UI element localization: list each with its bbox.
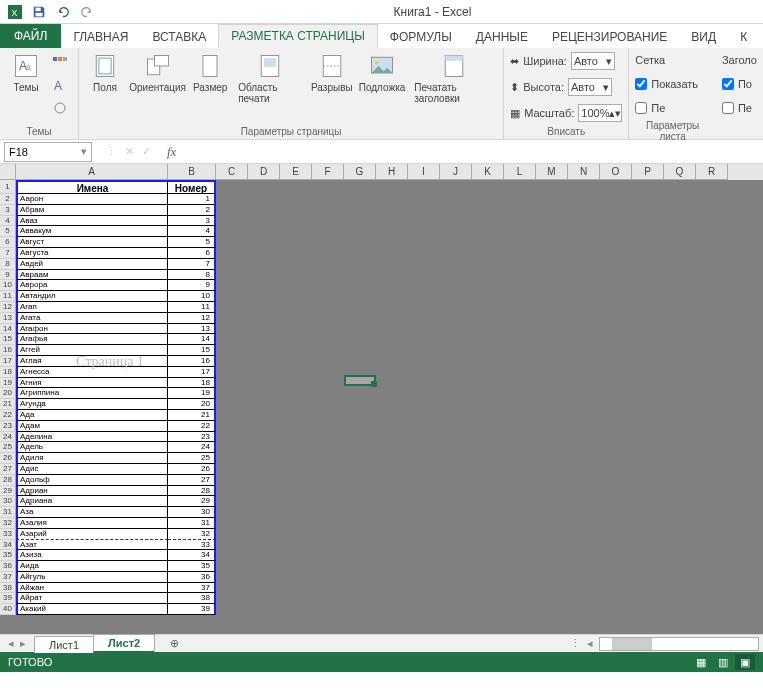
cell-number[interactable]: 16 [168, 356, 216, 367]
cell-name[interactable]: Августа [16, 248, 168, 259]
col-header-D[interactable]: D [248, 164, 280, 180]
header-cell-names[interactable]: Имена [16, 180, 168, 194]
col-header-A[interactable]: A [16, 164, 168, 180]
cell-number[interactable]: 14 [168, 334, 216, 345]
print-area-button[interactable]: Область печати [234, 50, 306, 106]
cell-name[interactable]: Аввакум [16, 226, 168, 237]
cell-name[interactable]: Агунда [16, 399, 168, 410]
row-header-36[interactable]: 36 [0, 561, 16, 572]
row-header-23[interactable]: 23 [0, 421, 16, 432]
tab-formulas[interactable]: ФОРМУЛЫ [378, 26, 464, 48]
row-header-6[interactable]: 6 [0, 237, 16, 248]
cell-number[interactable]: 9 [168, 280, 216, 291]
row-header-32[interactable]: 32 [0, 518, 16, 529]
row-header-7[interactable]: 7 [0, 248, 16, 259]
cell-name[interactable]: Аза [16, 507, 168, 518]
col-header-R[interactable]: R [696, 164, 728, 180]
row-header-31[interactable]: 31 [0, 507, 16, 518]
headings-show-checkbox[interactable]: По [722, 74, 757, 94]
cell-number[interactable]: 20 [168, 399, 216, 410]
row-header-27[interactable]: 27 [0, 464, 16, 475]
themes-button[interactable]: Aa Темы [6, 50, 46, 95]
row-header-26[interactable]: 26 [0, 453, 16, 464]
row-header-25[interactable]: 25 [0, 442, 16, 453]
cell-number[interactable]: 32 [168, 529, 216, 540]
fonts-button[interactable]: A [50, 76, 72, 96]
cell-name[interactable]: Айрат [16, 593, 168, 604]
cell-number[interactable]: 8 [168, 270, 216, 281]
cell-number[interactable]: 30 [168, 507, 216, 518]
row-header-8[interactable]: 8 [0, 259, 16, 270]
col-header-F[interactable]: F [312, 164, 344, 180]
add-sheet-button[interactable]: ⊕ [164, 635, 184, 653]
cell-name[interactable]: Агния [16, 378, 168, 389]
tab-split-handle[interactable]: ⋮ [570, 637, 581, 650]
cell-name[interactable]: Акакий [16, 604, 168, 615]
row-header-18[interactable]: 18 [0, 367, 16, 378]
cell-name[interactable]: Агата [16, 313, 168, 324]
cell-name[interactable]: Адриан [16, 486, 168, 497]
cell-number[interactable]: 24 [168, 442, 216, 453]
cell-name[interactable]: Адис [16, 464, 168, 475]
col-header-O[interactable]: O [600, 164, 632, 180]
view-normal-button[interactable]: ▦ [691, 654, 711, 670]
cell-number[interactable]: 2 [168, 205, 216, 216]
col-header-H[interactable]: H [376, 164, 408, 180]
cell-number[interactable]: 10 [168, 291, 216, 302]
row-header-15[interactable]: 15 [0, 334, 16, 345]
cell-name[interactable]: Авраам [16, 270, 168, 281]
cell-name[interactable]: Агафон [16, 324, 168, 335]
col-header-Q[interactable]: Q [664, 164, 696, 180]
headings-print-checkbox[interactable]: Пе [722, 98, 757, 118]
horizontal-scrollbar[interactable] [599, 637, 759, 651]
row-header-22[interactable]: 22 [0, 410, 16, 421]
tab-insert[interactable]: ВСТАВКА [140, 26, 218, 48]
scale-input[interactable]: 100%▴▾ [578, 104, 622, 122]
tab-data[interactable]: ДАННЫЕ [464, 26, 540, 48]
data-grid[interactable]: Страница 1 ИменаНомерАарон1Абрам2Аваз3Ав… [16, 180, 216, 615]
enter-icon[interactable]: ✓ [142, 145, 151, 158]
col-header-C[interactable]: C [216, 164, 248, 180]
header-cell-number[interactable]: Номер [168, 180, 216, 194]
cell-number[interactable]: 22 [168, 421, 216, 432]
cell-name[interactable]: Айгуль [16, 572, 168, 583]
background-button[interactable]: Подложка [358, 50, 406, 95]
cell-name[interactable]: Агап [16, 302, 168, 313]
cell-name[interactable]: Автандил [16, 291, 168, 302]
col-header-M[interactable]: M [536, 164, 568, 180]
sheet-tab-Лист1[interactable]: Лист1 [34, 636, 94, 653]
row-header-17[interactable]: 17 [0, 356, 16, 367]
tab-page-layout[interactable]: РАЗМЕТКА СТРАНИЦЫ [218, 24, 378, 48]
cell-number[interactable]: 11 [168, 302, 216, 313]
name-box[interactable]: F18▾ [4, 142, 92, 162]
col-header-J[interactable]: J [440, 164, 472, 180]
cell-number[interactable]: 38 [168, 593, 216, 604]
sheet-nav[interactable]: ◂▸ [0, 637, 34, 650]
col-header-L[interactable]: L [504, 164, 536, 180]
tab-file[interactable]: ФАЙЛ [0, 24, 61, 48]
cell-number[interactable]: 34 [168, 550, 216, 561]
cell-number[interactable]: 7 [168, 259, 216, 270]
cell-number[interactable]: 33 [168, 540, 216, 551]
print-titles-button[interactable]: Печатать заголовки [410, 50, 497, 106]
save-button[interactable] [28, 2, 50, 22]
cell-number[interactable]: 35 [168, 561, 216, 572]
cell-number[interactable]: 17 [168, 367, 216, 378]
row-header-12[interactable]: 12 [0, 302, 16, 313]
cell-name[interactable]: Аарон [16, 194, 168, 205]
sheet-tab-Лист2[interactable]: Лист2 [93, 634, 155, 653]
row-header-30[interactable]: 30 [0, 496, 16, 507]
row-header-1[interactable]: 1 [0, 180, 16, 194]
cell-name[interactable]: Аида [16, 561, 168, 572]
cell-name[interactable]: Адриана [16, 496, 168, 507]
cell-number[interactable]: 37 [168, 583, 216, 594]
view-page-layout-button[interactable]: ▥ [713, 654, 733, 670]
height-input[interactable]: Авто▾ [568, 78, 612, 96]
row-header-28[interactable]: 28 [0, 475, 16, 486]
redo-button[interactable] [76, 2, 98, 22]
row-header-33[interactable]: 33 [0, 529, 16, 540]
margins-button[interactable]: Поля [85, 50, 125, 95]
worksheet-area[interactable]: ABCDEFGHIJKLMNOPQR 123456789101112131415… [0, 164, 763, 634]
cell-name[interactable]: Аврора [16, 280, 168, 291]
row-header-9[interactable]: 9 [0, 270, 16, 281]
